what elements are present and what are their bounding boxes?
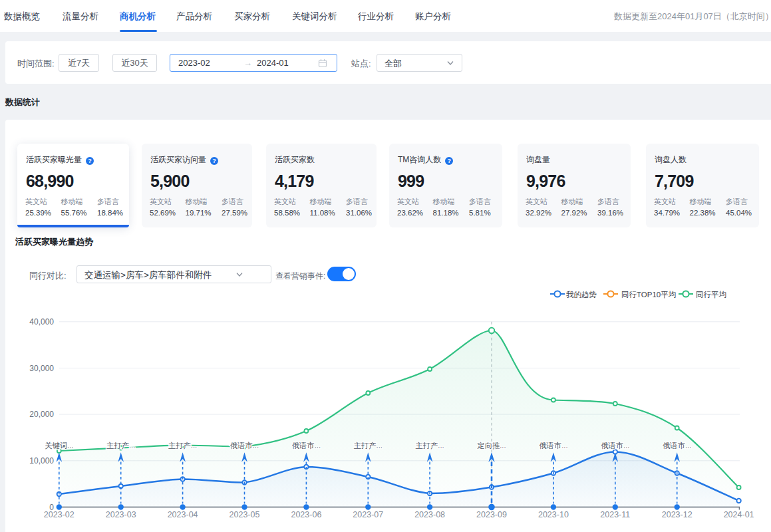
svg-text:定向推...: 定向推... bbox=[477, 442, 506, 450]
svg-text:俄语市...: 俄语市... bbox=[539, 442, 567, 450]
svg-text:2023-12: 2023-12 bbox=[662, 510, 693, 519]
svg-text:主打产...: 主打产... bbox=[106, 442, 135, 450]
svg-text:关键词...: 关键词... bbox=[45, 442, 73, 450]
svg-text:俄语市...: 俄语市... bbox=[663, 442, 691, 450]
svg-text:2023-02: 2023-02 bbox=[44, 510, 75, 519]
svg-text:俄语市...: 俄语市... bbox=[292, 442, 321, 450]
svg-text:20,000: 20,000 bbox=[29, 410, 54, 419]
svg-text:30,000: 30,000 bbox=[29, 364, 54, 373]
svg-text:2023-05: 2023-05 bbox=[230, 510, 260, 519]
svg-text:2023-11: 2023-11 bbox=[600, 510, 630, 519]
svg-text:主打产...: 主打产... bbox=[415, 442, 444, 450]
svg-text:2023-03: 2023-03 bbox=[106, 510, 136, 519]
svg-text:2023-09: 2023-09 bbox=[476, 510, 507, 519]
svg-text:40,000: 40,000 bbox=[29, 317, 54, 327]
svg-text:俄语市...: 俄语市... bbox=[230, 442, 259, 450]
svg-text:主打产...: 主打产... bbox=[354, 442, 383, 450]
svg-text:2023-04: 2023-04 bbox=[168, 510, 198, 519]
svg-text:2023-07: 2023-07 bbox=[353, 510, 383, 519]
svg-text:俄语市...: 俄语市... bbox=[601, 442, 629, 450]
svg-text:2023-08: 2023-08 bbox=[414, 510, 445, 519]
svg-text:2023-10: 2023-10 bbox=[538, 510, 569, 519]
svg-text:2024-01: 2024-01 bbox=[724, 510, 754, 519]
svg-text:10,000: 10,000 bbox=[29, 456, 54, 466]
svg-text:主打产...: 主打产... bbox=[168, 442, 197, 450]
svg-text:2023-06: 2023-06 bbox=[291, 510, 321, 519]
